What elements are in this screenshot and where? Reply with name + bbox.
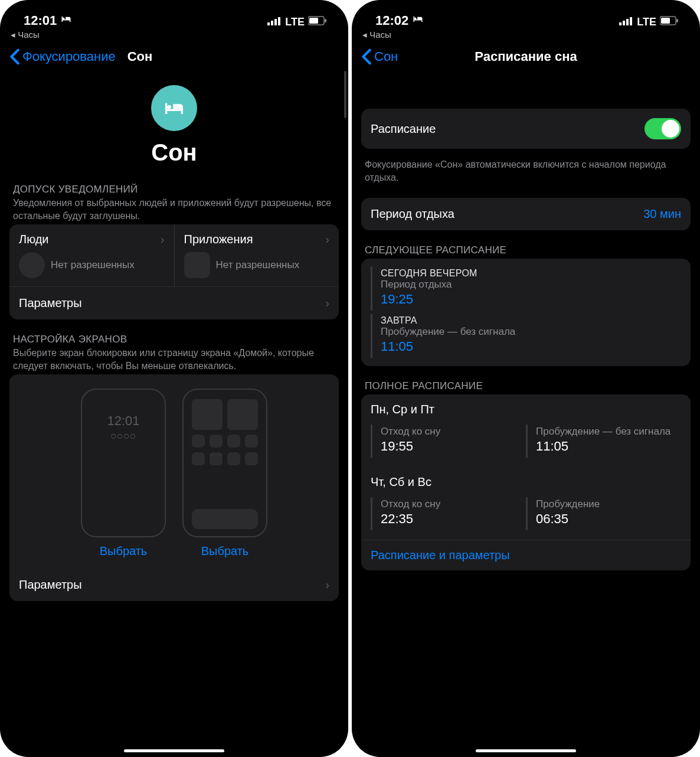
nav-header: Фокусирование Сон [0, 40, 348, 73]
home-indicator[interactable] [124, 749, 224, 752]
schedule-toggle-card: Расписание [361, 109, 691, 149]
choose-home-button[interactable]: Выбрать [201, 544, 249, 558]
breadcrumb-back-app[interactable]: Часы [352, 28, 700, 40]
svg-rect-0 [267, 22, 270, 25]
svg-rect-6 [325, 19, 326, 22]
wind-down-row[interactable]: Период отдыха 30 мин [361, 198, 691, 230]
allowed-apps[interactable]: Приложения › Нет разрешенных [174, 224, 339, 286]
hero-title: Сон [9, 139, 339, 166]
next-item-tomorrow: ЗАВТРА Пробуждение — без сигнала 11:05 [371, 314, 681, 358]
svg-rect-10 [630, 17, 632, 25]
home-screen-preview [182, 389, 267, 537]
phone-right: 12:02 LTE Часы Сон Расписание сна Распис… [352, 0, 700, 757]
back-label: Сон [374, 49, 398, 64]
schedule-toggle-row[interactable]: Расписание [361, 109, 691, 149]
status-time: 12:02 [375, 13, 408, 28]
next-item-tonight: СЕГОДНЯ ВЕЧЕРОМ Период отдыха 19:25 [371, 267, 681, 311]
avatar-placeholder-icon [19, 252, 45, 278]
back-button[interactable]: Сон [361, 48, 398, 65]
full-schedule-card: Пн, Ср и Пт Отход ко сну 19:55 Пробужден… [361, 394, 691, 570]
allowed-card: Люди › Нет разрешенных Приложения › [9, 224, 339, 319]
sleep-status-icon [60, 13, 72, 28]
schedule-footer: Фокусирование «Сон» автоматически включи… [361, 154, 691, 184]
svg-rect-2 [274, 19, 277, 25]
dots-icon: ○○○○ [110, 430, 136, 442]
notifications-options-row[interactable]: Параметры › [9, 286, 339, 319]
chevron-right-icon: › [325, 233, 329, 246]
svg-rect-3 [278, 17, 280, 25]
nav-title: Расписание сна [352, 49, 700, 64]
svg-rect-9 [626, 19, 629, 25]
home-screen-option[interactable]: Выбрать [182, 389, 267, 558]
screens-options-row[interactable]: Параметры › [9, 569, 339, 601]
choose-lock-button[interactable]: Выбрать [100, 544, 148, 558]
focus-hero: Сон [9, 73, 339, 184]
battery-icon [660, 16, 679, 28]
bed-icon [151, 85, 197, 131]
schedule-and-options-link[interactable]: Расписание и параметры [361, 540, 691, 570]
network-label: LTE [637, 16, 656, 28]
svg-rect-13 [676, 19, 678, 22]
signal-icon [619, 16, 633, 28]
lock-screen-preview: 12:01 ○○○○ [81, 389, 166, 537]
back-label: Фокусирование [22, 49, 116, 64]
wind-down-card: Период отдыха 30 мин [361, 198, 691, 230]
notifications-header: ДОПУСК УВЕДОМЛЕНИЙ Уведомления от выбран… [9, 184, 339, 224]
chevron-right-icon: › [325, 296, 329, 310]
network-label: LTE [285, 16, 305, 28]
schedule-group-0[interactable]: Пн, Ср и Пт Отход ко сну 19:55 Пробужден… [361, 394, 691, 467]
schedule-toggle[interactable] [645, 118, 681, 139]
svg-rect-8 [623, 21, 625, 25]
sleep-status-icon [412, 13, 424, 28]
allowed-people[interactable]: Люди › Нет разрешенных [9, 224, 174, 286]
nav-title: Сон [127, 49, 153, 64]
home-indicator[interactable] [476, 749, 576, 752]
status-bar: 12:02 LTE [352, 0, 700, 28]
chevron-right-icon: › [161, 233, 165, 246]
next-schedule-header: СЛЕДУЮЩЕЕ РАСПИСАНИЕ [361, 244, 691, 259]
nav-header: Сон Расписание сна [352, 40, 700, 73]
screens-header: НАСТРОЙКА ЭКРАНОВ Выберите экран блокиро… [9, 334, 339, 374]
svg-rect-7 [619, 22, 622, 25]
full-schedule-header: ПОЛНОЕ РАСПИСАНИЕ [361, 380, 691, 394]
screens-card: 12:01 ○○○○ Выбрать Выбрать Парамет [9, 374, 339, 601]
schedule-group-1[interactable]: Чт, Сб и Вс Отход ко сну 22:35 Пробужден… [361, 467, 691, 540]
chevron-right-icon: › [325, 578, 329, 592]
svg-rect-1 [271, 21, 273, 25]
breadcrumb-back-app[interactable]: Часы [0, 28, 348, 40]
app-placeholder-icon [184, 252, 210, 278]
signal-icon [267, 16, 282, 28]
status-bar: 12:01 LTE [0, 0, 348, 28]
svg-rect-5 [309, 18, 318, 24]
next-schedule-card[interactable]: СЕГОДНЯ ВЕЧЕРОМ Период отдыха 19:25 ЗАВТ… [361, 259, 691, 366]
lock-screen-option[interactable]: 12:01 ○○○○ Выбрать [81, 389, 166, 558]
scrollbar[interactable] [344, 71, 346, 118]
phone-left: 12:01 LTE Часы Фокусирование Сон [0, 0, 348, 757]
battery-icon [308, 16, 327, 28]
svg-rect-12 [661, 18, 670, 24]
status-time: 12:01 [24, 13, 57, 28]
back-button[interactable]: Фокусирование [9, 48, 116, 65]
